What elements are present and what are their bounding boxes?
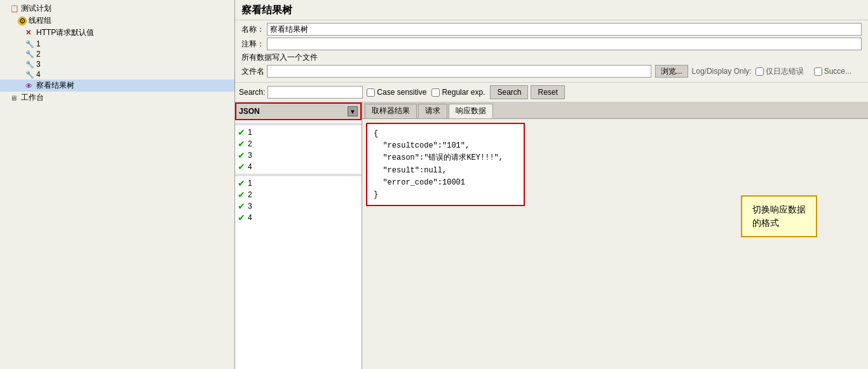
case-sensitive-label[interactable]: Case sensitive xyxy=(367,88,426,97)
group-separator-1 xyxy=(235,123,362,125)
check-icon-g1-3: ✔ xyxy=(238,150,245,160)
desktop-icon: 🖥 xyxy=(10,94,19,102)
search-button[interactable]: Search xyxy=(490,85,528,99)
search-input[interactable] xyxy=(268,86,363,99)
tab-request[interactable]: 请求 xyxy=(418,104,447,118)
json-line-5: "error_code":10001 xyxy=(374,177,517,189)
list-item-g2-4[interactable]: ✔ 4 xyxy=(235,212,362,223)
sidebar-item-result-tree[interactable]: 👁 察看结果树 xyxy=(0,80,234,92)
wrench-icon-1: 🔧 xyxy=(25,39,34,48)
tab-sampler[interactable]: 取样器结果 xyxy=(365,104,417,118)
dropdown-arrow-icon[interactable]: ▼ xyxy=(348,106,358,116)
sidebar-item-2[interactable]: 🔧 2 xyxy=(0,49,234,59)
name-label: 名称： xyxy=(241,24,264,35)
list-item-g1-1[interactable]: ✔ 1 xyxy=(235,127,362,138)
comment-input[interactable] xyxy=(267,38,862,50)
json-line-4: "result":null, xyxy=(374,165,517,177)
list-item-g1-2[interactable]: ✔ 2 xyxy=(235,138,362,150)
http-default-icon: ✕ xyxy=(25,29,34,37)
name-input[interactable] xyxy=(267,23,862,36)
search-bar: Search: Case sensitive Regular exp. Sear… xyxy=(235,83,868,102)
eye-icon: 👁 xyxy=(25,82,34,90)
list-item-g1-3[interactable]: ✔ 3 xyxy=(235,150,362,161)
form-section: 名称： 注释： 所有数据写入一个文件 文件名 浏览... Log/Display… xyxy=(235,20,868,83)
list-item-g2-1[interactable]: ✔ 1 xyxy=(235,178,362,189)
list-panel: JSON ▼ ✔ 1 ✔ 2 ✔ xyxy=(235,102,362,369)
log-display-label: Log/Display Only: xyxy=(692,67,752,76)
wrench-icon-4: 🔧 xyxy=(25,70,34,79)
thread-group-icon: ⚙ xyxy=(18,17,27,25)
main-panel: 察看结果树 名称： 注释： 所有数据写入一个文件 文件名 浏览... Log/D… xyxy=(235,0,868,369)
detail-panel: 取样器结果 请求 响应数据 { "resultcode":"101", "rea… xyxy=(362,102,868,369)
check-icon-g1-4: ✔ xyxy=(238,162,245,172)
check-icon-g1-2: ✔ xyxy=(238,139,245,149)
dropdown-text: JSON xyxy=(239,107,348,116)
tooltip-text: 切换响应数据的格式 xyxy=(752,204,806,228)
reset-button[interactable]: Reset xyxy=(531,85,564,99)
sidebar-item-http-default[interactable]: ✕ HTTP请求默认值 xyxy=(0,27,234,39)
browse-button[interactable]: 浏览... xyxy=(655,65,688,78)
wrench-icon-2: 🔧 xyxy=(25,50,34,59)
response-content: { "resultcode":"101", "reason":"错误的请求KEY… xyxy=(362,119,868,369)
json-line-6: } xyxy=(374,189,517,201)
tabs-row: 取样器结果 请求 响应数据 xyxy=(362,102,868,119)
log-errors-checkbox[interactable]: 仅日志错误 xyxy=(756,66,808,77)
list-item-g1-4[interactable]: ✔ 4 xyxy=(235,161,362,172)
sidebar-item-workbench[interactable]: 🖥 工作台 xyxy=(0,92,234,104)
filename-label: 文件名 xyxy=(241,66,264,77)
check-icon-g1-1: ✔ xyxy=(238,127,245,137)
list-item-g2-3[interactable]: ✔ 3 xyxy=(235,200,362,212)
sidebar-item-thread-group[interactable]: ⚙ 线程组 xyxy=(0,15,234,27)
log-errors-check[interactable] xyxy=(756,67,764,76)
check-icon-g2-4: ✔ xyxy=(238,212,245,223)
check-icon-g2-1: ✔ xyxy=(238,178,245,188)
log-success-check[interactable] xyxy=(814,67,822,76)
file-option-label: 所有数据写入一个文件 xyxy=(241,52,318,63)
test-plan-icon: 📋 xyxy=(10,4,19,13)
tooltip-box: 切换响应数据的格式 xyxy=(741,195,817,237)
json-line-3: "reason":"错误的请求KEY!!!", xyxy=(374,152,517,164)
search-label: Search: xyxy=(239,88,265,97)
log-success-checkbox[interactable]: Succe... xyxy=(814,67,855,76)
check-icon-g2-2: ✔ xyxy=(238,190,245,200)
sidebar: 📋 测试计划 ⚙ 线程组 ✕ HTTP请求默认值 🔧 1 🔧 2 🔧 3 🔧 4 xyxy=(0,0,235,369)
json-response-box: { "resultcode":"101", "reason":"错误的请求KEY… xyxy=(366,123,525,206)
json-line-1: { xyxy=(374,128,517,140)
regex-checkbox[interactable] xyxy=(431,88,440,97)
sidebar-item-1[interactable]: 🔧 1 xyxy=(0,39,234,49)
group-separator-2 xyxy=(235,174,362,176)
list-item-g2-2[interactable]: ✔ 2 xyxy=(235,189,362,200)
check-icon-g2-3: ✔ xyxy=(238,201,245,211)
regex-label[interactable]: Regular exp. xyxy=(431,88,485,97)
filename-input[interactable] xyxy=(267,65,651,78)
tab-response[interactable]: 响应数据 xyxy=(449,104,493,118)
sidebar-item-3[interactable]: 🔧 3 xyxy=(0,59,234,69)
request-list: ✔ 1 ✔ 2 ✔ 3 ✔ 4 xyxy=(235,120,362,369)
case-sensitive-checkbox[interactable] xyxy=(367,88,375,97)
log-options: Log/Display Only: 仅日志错误 Succe... xyxy=(692,66,862,77)
content-area: JSON ▼ ✔ 1 ✔ 2 ✔ xyxy=(235,102,868,369)
comment-label: 注释： xyxy=(241,39,264,50)
sidebar-item-test-plan[interactable]: 📋 测试计划 xyxy=(0,3,234,15)
json-line-2: "resultcode":"101", xyxy=(374,140,517,152)
format-dropdown[interactable]: JSON ▼ xyxy=(235,102,362,120)
sidebar-item-4[interactable]: 🔧 4 xyxy=(0,69,234,80)
wrench-icon-3: 🔧 xyxy=(25,60,34,69)
panel-title: 察看结果树 xyxy=(235,0,868,20)
